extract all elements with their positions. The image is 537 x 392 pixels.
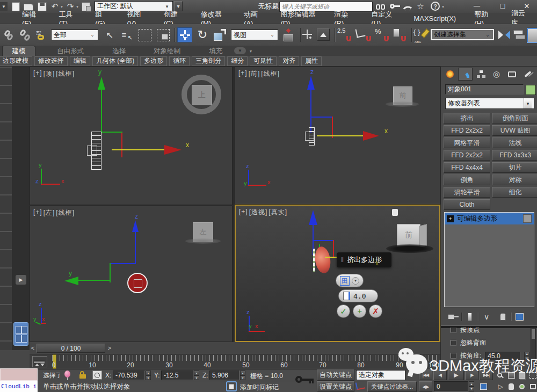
- frame-spinner[interactable]: ▴▾: [469, 381, 474, 391]
- viewport-top[interactable]: [+] [顶] [线框] y x 上 y x z: [30, 67, 233, 205]
- rectangular-selection-region-icon[interactable]: [139, 29, 151, 41]
- scene-explorer-flyout-icon[interactable]: ▶: [16, 275, 26, 285]
- bind-to-space-warp-icon[interactable]: ≋: [35, 28, 47, 41]
- undo-dropdown-icon[interactable]: ▾: [60, 4, 64, 10]
- ribbon-panel-properties[interactable]: 属性: [301, 56, 322, 66]
- frame-spin-up-icon[interactable]: ▴: [469, 381, 474, 387]
- mirror-icon[interactable]: [498, 28, 510, 41]
- viewport-left-menu[interactable]: [+]: [33, 208, 42, 217]
- display-tab-icon[interactable]: [505, 68, 519, 81]
- y-axis-arrow[interactable]: [64, 277, 78, 285]
- caddy-value[interactable]: 4.0: [353, 292, 366, 300]
- license-key-icon[interactable]: [390, 3, 401, 10]
- stack-expand-icon[interactable]: +: [447, 215, 454, 222]
- scene-object-disc[interactable]: [314, 245, 332, 274]
- ribbon-tab-selection[interactable]: 选择: [105, 47, 133, 56]
- align-icon[interactable]: [513, 29, 524, 41]
- by-vertex-checkbox[interactable]: [451, 328, 456, 333]
- edit-named-selection-sets-icon[interactable]: { } ABC: [413, 28, 427, 42]
- set-key-button[interactable]: 设置关键点: [317, 381, 354, 392]
- modifier-button-turbosmooth[interactable]: 涡轮平滑: [444, 187, 490, 198]
- help-icon[interactable]: ?: [431, 2, 440, 11]
- z-axis-arrow[interactable]: [309, 210, 317, 225]
- ribbon-panel-visibility[interactable]: 可见性: [250, 56, 277, 66]
- motion-tab-icon[interactable]: ◎: [489, 68, 504, 81]
- x-axis-line[interactable]: [317, 135, 364, 136]
- viewport-left[interactable]: [+] [左] [线框] z y 左 z x y: [30, 206, 233, 342]
- configure-modifier-sets-icon[interactable]: [511, 312, 527, 322]
- select-and-link-icon[interactable]: [4, 30, 14, 40]
- modify-tab-icon[interactable]: [458, 68, 473, 81]
- modifier-button-symmetry[interactable]: 对称: [492, 175, 537, 185]
- percent-snap-toggle-icon[interactable]: %: [375, 27, 390, 42]
- modifier-button-uvw-map[interactable]: UVW 贴图: [492, 125, 537, 136]
- modifier-button-slice[interactable]: 切片: [492, 162, 537, 173]
- caddy-ok-button[interactable]: ✓: [337, 304, 350, 318]
- modifier-button-cloth[interactable]: Cloth: [444, 199, 490, 210]
- pan-arrow-icon[interactable]: ▷: [495, 381, 506, 391]
- unlink-selection-icon[interactable]: [20, 30, 30, 40]
- ribbon-panel-polygons[interactable]: 多边形: [140, 56, 167, 66]
- x-axis-arrow[interactable]: [363, 131, 379, 141]
- scene-object-disc[interactable]: [127, 273, 148, 293]
- viewport-left-shading[interactable]: [线框]: [56, 208, 75, 217]
- key-filters-button[interactable]: 关键点过滤器...: [367, 381, 417, 392]
- rollout-scrollbar-thumb[interactable]: [532, 329, 535, 339]
- absolute-offset-toggle-icon[interactable]: [92, 371, 102, 380]
- isolate-selection-icon[interactable]: [226, 381, 237, 391]
- reference-coordinate-dropdown[interactable]: 视图 ⌄: [231, 30, 278, 40]
- ribbon-panel-polygon-modeling[interactable]: 边形建模: [0, 56, 32, 66]
- modifier-stack-item[interactable]: + 可编辑多边形: [445, 213, 534, 224]
- viewport-front-name[interactable]: [前]: [249, 69, 260, 78]
- z-axis-arrow[interactable]: [132, 220, 139, 232]
- viewport-left-name[interactable]: [左]: [43, 208, 55, 217]
- viewcube-top[interactable]: 上: [182, 75, 221, 114]
- ribbon-minimize-arrow-icon[interactable]: ▾: [248, 48, 253, 54]
- y-coord-spinner[interactable]: ▴▾: [194, 371, 199, 380]
- ribbon-tab-populate[interactable]: 填充: [202, 47, 230, 56]
- select-object-icon[interactable]: ↖: [103, 28, 116, 41]
- viewport-layout-tab-button[interactable]: [13, 322, 28, 346]
- cloudlib-panel[interactable]: CloudLib i:: [0, 368, 38, 392]
- y-axis-line[interactable]: [77, 280, 111, 281]
- ribbon-panel-subdivision[interactable]: 细分: [227, 56, 248, 66]
- z-spin-down-icon[interactable]: ▾: [240, 375, 245, 380]
- x-spin-down-icon[interactable]: ▾: [146, 375, 151, 380]
- named-selection-sets-dropdown[interactable]: 创建选择集 ⌄: [431, 29, 494, 40]
- track-bar[interactable]: 0 10 20 30 40 50 60 70 80 90 100: [30, 354, 440, 369]
- coord-system-arrow-icon[interactable]: ⌄: [269, 32, 275, 38]
- caddy-grip-icon[interactable]: ‖: [341, 256, 344, 264]
- y-axis-arrow[interactable]: [98, 77, 105, 90]
- ribbon-panel-geometry-all[interactable]: 几何体 (全部): [92, 56, 138, 66]
- use-pivot-point-icon[interactable]: [281, 28, 295, 42]
- pan-hand-icon[interactable]: [506, 381, 517, 391]
- select-and-scale-icon[interactable]: [213, 28, 227, 42]
- caddy-cancel-button[interactable]: ✗: [369, 304, 382, 318]
- x-coord-spinner[interactable]: ▴▾: [146, 371, 151, 380]
- modifier-button-tessellate[interactable]: 细化: [492, 187, 537, 198]
- mini-curve-editor-icon[interactable]: [32, 356, 47, 367]
- viewport-top-shading[interactable]: [线框]: [56, 69, 75, 78]
- modifier-button-extrude[interactable]: 挤出: [444, 113, 490, 124]
- ribbon-tab-freeform[interactable]: 自由形式: [49, 47, 91, 56]
- caddy-height-spinner[interactable]: 4.0: [338, 289, 378, 302]
- add-time-tag[interactable]: 添加时间标记: [240, 383, 279, 392]
- viewport-front-menu[interactable]: [+]: [238, 69, 248, 78]
- modifier-button-bevel-profile[interactable]: 倒角剖面: [492, 113, 537, 124]
- menu-maxscript[interactable]: MAXScript(X): [404, 14, 465, 23]
- z-spin-up-icon[interactable]: ▴: [240, 371, 245, 375]
- y-spin-down-icon[interactable]: ▾: [194, 375, 199, 380]
- key-mode-toggle-button[interactable]: ◀|▶: [419, 381, 432, 392]
- frame-spin-down-icon[interactable]: ▾: [469, 387, 474, 392]
- z-coord-field[interactable]: 5.906: [209, 371, 240, 380]
- modifier-list-dropdown[interactable]: 修改器列表 ▾: [445, 98, 534, 109]
- modifier-list-arrow-icon[interactable]: ▾: [524, 98, 532, 108]
- app-menu-arrow-icon[interactable]: ▼: [0, 2, 8, 11]
- viewport-top-name[interactable]: [顶]: [43, 69, 55, 78]
- viewport-persp-menu[interactable]: [+]: [239, 208, 248, 217]
- keyboard-shortcut-override-icon[interactable]: [317, 28, 330, 41]
- ribbon-panel-loops[interactable]: 循环: [169, 56, 190, 66]
- y-axis-line[interactable]: [101, 89, 102, 133]
- time-configuration-icon[interactable]: [478, 381, 489, 391]
- object-color-swatch[interactable]: [526, 85, 536, 95]
